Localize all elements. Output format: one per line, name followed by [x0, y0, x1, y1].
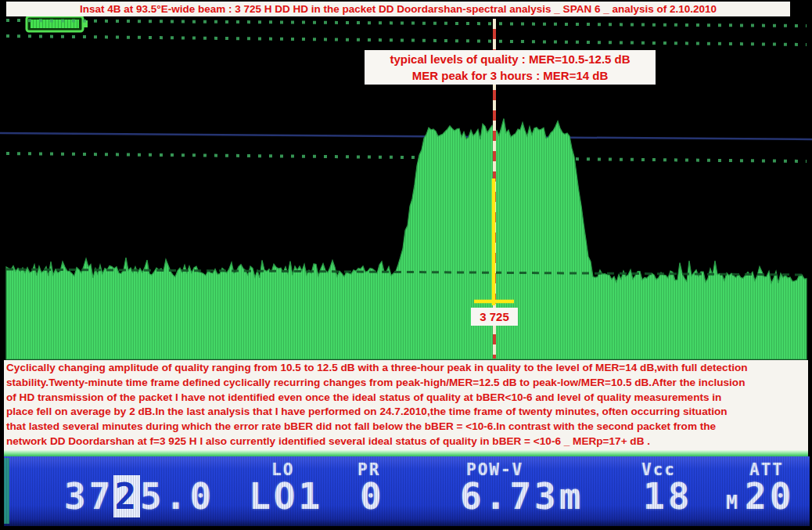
att-value: 20 — [745, 475, 794, 517]
att-prefix: M — [726, 491, 738, 514]
panel-left-edge — [4, 458, 9, 524]
annotation-line-1: typical levels of quality : MER=10.5-12.… — [390, 51, 630, 67]
analysis-line: of HD transmission of the packet I have … — [6, 391, 808, 406]
meter-readout-panel: LO PR POW-V Vcc ATT 3725.0 LO1 0 6.73m 1… — [4, 456, 810, 526]
spectrum-trace — [6, 119, 807, 360]
frequency-before-cursor: 37 — [64, 475, 113, 517]
analysis-line: place fell on average by 2 dB.In the las… — [6, 405, 808, 420]
analysis-line: that lasted several minutes during which… — [6, 420, 808, 434]
marker-frequency-label: 3 725 — [471, 308, 518, 326]
analysis-line: Cyclically changing amplitude of quality… — [6, 361, 808, 376]
gridlines — [0, 20, 812, 161]
pow-v-value: 6.73m — [460, 475, 584, 517]
analysis-line: network DD Doordarshan at f=3 925 H I al… — [6, 434, 808, 449]
analysis-text-box: Cyclically changing amplitude of quality… — [4, 360, 808, 450]
quality-annotation-box: typical levels of quality : MER=10.5-12.… — [365, 50, 656, 85]
vcc-value: 18 — [643, 475, 692, 517]
title-bar: Insat 4B at 93.5°E-wide beam : 3 725 H D… — [6, 2, 790, 16]
frequency-edit-cursor[interactable]: 2 — [113, 475, 140, 517]
frequency-after-cursor: 5.0 — [140, 475, 214, 517]
frequency-display[interactable]: 3725.0 — [64, 475, 214, 517]
title-text: Insat 4B at 93.5°E-wide beam : 3 725 H D… — [80, 3, 717, 15]
analysis-line: stability.Twenty-minute time frame defin… — [6, 376, 808, 391]
meter-screen: Insat 4B at 93.5°E-wide beam : 3 725 H D… — [0, 0, 812, 530]
pr-value: 0 — [360, 475, 385, 517]
panel-divider-strip — [4, 450, 808, 456]
lo-value: LO1 — [249, 475, 323, 517]
battery-icon — [27, 16, 88, 31]
annotation-line-2: MER peak for 3 hours : MER=14 dB — [412, 67, 608, 84]
